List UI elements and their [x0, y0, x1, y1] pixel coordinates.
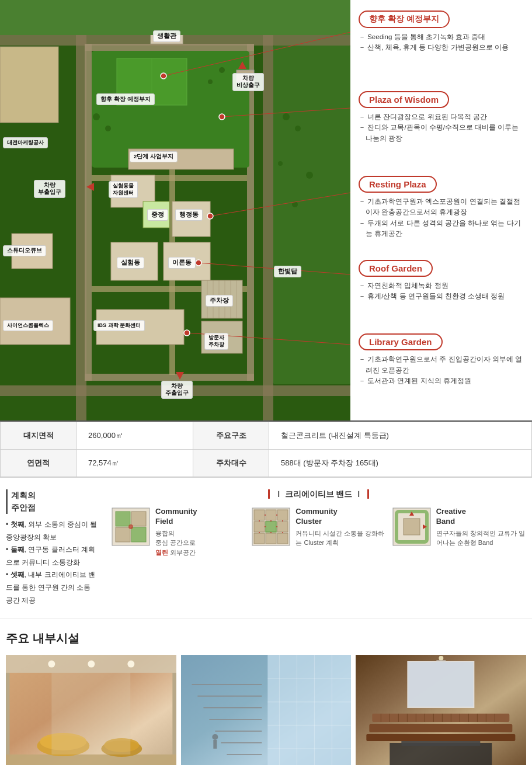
annotations-panel: 향후 확장 예정부지 Seeding 등을 통해 초기녹화 효과 증대 산책, …: [350, 0, 532, 420]
label-연면적: 연면적: [1, 450, 77, 477]
info-table-section: 대지면적 260,000㎡ 주요구조 철근콘크리트 (내진설계 특등급) 연면적…: [0, 420, 532, 478]
value-주차대수: 588대 (방문자 주차장 165대): [269, 450, 532, 477]
label-중정: 중정: [147, 209, 168, 221]
svg-point-41: [219, 67, 225, 73]
plan-title: 계획의주안점: [11, 489, 36, 514]
plan-right: ｌ 크리에이티브 밴드 ｌ: [111, 489, 526, 557]
svg-point-104: [127, 660, 134, 667]
svg-rect-36: [0, 47, 58, 123]
annotation-roof: Roof Garden 자연친화적 입체녹화 정원 휴게/산책 등 연구원들의 …: [359, 260, 524, 302]
info-table: 대지면적 260,000㎡ 주요구조 철근콘크리트 (내진설계 특등급) 연면적…: [0, 422, 532, 477]
label-주차장: 주차장: [206, 295, 233, 307]
svg-point-123: [212, 734, 218, 740]
text-roof: 자연친화적 입체녹화 정원 휴게/산책 등 연구원들의 친환경 소생태 정원: [359, 280, 524, 302]
annotation-future-expansion: 향후 확장 예정부지 Seeding 등을 통해 초기녹화 효과 증대 산책, …: [359, 11, 524, 53]
icon-community-cluster: [251, 507, 291, 547]
creative-band-title: ｌ 크리에이티브 밴드 ｌ: [111, 489, 526, 500]
band-item-title-field: CommunityField: [155, 507, 197, 527]
svg-rect-130: [373, 714, 510, 722]
label-2단계: 2단계 사업부지: [130, 151, 178, 162]
plan-section: 계획의주안점 • 첫째, 외부 소통의 중심이 될 중앙광장의 확보 • 둘째,…: [0, 478, 532, 619]
svg-point-57: [184, 330, 190, 336]
band-item-content-field: CommunityField 융합의중심 공간으로열린 외부공간: [155, 507, 197, 557]
band-item-title-creative: CreativeBand: [436, 507, 526, 527]
band-item-community-cluster: CommunityCluster 커뮤니티 시설간 소통을 강화하는 Clust…: [251, 507, 385, 548]
label-이론동: 이론동: [168, 257, 196, 269]
text-library: 기초과학연구원으로서 주 진입공간이자 외부에 열려진 오픈공간 도서관과 연계…: [359, 354, 524, 386]
svg-point-102: [48, 660, 55, 667]
svg-rect-65: [131, 527, 146, 542]
facility-img-creative: [181, 655, 352, 765]
band-item-desc-creative: 연구자들의 창의적인 교류가 일어나는 순환형 Band: [436, 528, 526, 548]
band-item-desc-field: 융합의중심 공간으로열린 외부공간: [155, 528, 197, 558]
table-row-1: 대지면적 260,000㎡ 주요구조 철근콘크리트 (내진설계 특등급): [1, 422, 532, 450]
facility-item-3: 강당 200석 규모 컨퍼런스 개최 가능: [356, 655, 526, 765]
table-row-2: 연면적 72,574㎡ 주차대수 588대 (방문자 주차장 165대): [1, 450, 532, 477]
svg-rect-95: [6, 673, 9, 754]
svg-point-103: [88, 660, 95, 667]
svg-rect-5: [85, 44, 254, 51]
svg-rect-76: [277, 533, 288, 544]
svg-rect-107: [267, 655, 351, 765]
svg-rect-4: [263, 0, 273, 420]
label-스튜디오: 스튜디오큐브: [3, 245, 46, 256]
label-daejeong: 대전마케팅공사: [3, 137, 48, 148]
plan-item-1: • 첫째, 외부 소통의 중심이 될 중앙광장의 확보: [6, 519, 99, 544]
main-container: 생활관 향후 확장 예정부지 차량비상출구 대전마케팅공사 차량부출입구 2단계…: [0, 0, 532, 765]
label-대지면적: 대지면적: [1, 422, 77, 450]
svg-point-42: [208, 79, 213, 84]
svg-point-43: [283, 113, 290, 120]
label-ibs: IBS 과학 문화센터: [93, 320, 145, 331]
svg-rect-74: [254, 533, 265, 544]
svg-rect-146: [367, 734, 516, 741]
svg-rect-148: [437, 660, 446, 662]
label-실험동물: 실험동물자원센터: [109, 181, 138, 198]
text-plaza: 너른 잔디광장으로 위요된 다목적 공간 잔디와 교목/관목이 수평/수직으로 …: [359, 112, 524, 144]
band-item-community-field: CommunityField 융합의중심 공간으로열린 외부공간: [111, 507, 245, 557]
svg-rect-96: [172, 673, 176, 754]
band-item-desc-cluster: 커뮤니티 시설간 소통을 강화하는 Cluster 계획: [295, 528, 385, 548]
svg-point-147: [439, 656, 444, 660]
band-items: CommunityField 융합의중심 공간으로열린 외부공간: [111, 507, 526, 557]
badge-resting: Resting Plaza: [359, 176, 437, 193]
band-item-content-cluster: CommunityCluster 커뮤니티 시설간 소통을 강화하는 Clust…: [295, 507, 385, 548]
label-주출입구: 차량주출입구: [161, 381, 193, 399]
label-사이언스: 사이언스콤플렉스: [3, 320, 53, 331]
svg-rect-145: [370, 724, 513, 732]
plan-items: • 첫째, 외부 소통의 중심이 될 중앙광장의 확보 • 둘째, 연구동 클러…: [6, 519, 99, 607]
svg-point-47: [278, 161, 283, 166]
svg-rect-126: [390, 743, 492, 765]
svg-point-54: [219, 114, 225, 120]
label-향후확장: 향후 확장 예정부지: [96, 93, 155, 105]
svg-rect-63: [131, 512, 146, 526]
label-방문자: 방문자주차장: [204, 333, 228, 350]
label-차량비상: 차량비상출구: [232, 73, 264, 91]
plan-item-2: • 둘째, 연구동 클러스터 계획으로 커뮤니티 소통강화: [6, 544, 99, 569]
band-item-content-creative: CreativeBand 연구자들의 창의적인 교류가 일어나는 순환형 Ban…: [436, 507, 526, 548]
icon-community-field: [111, 507, 151, 547]
icon-creative-band: [392, 507, 432, 547]
label-생활관: 생활관: [153, 30, 180, 42]
plan-item-3: • 셋째, 내부 크리에이티브 밴드를 통한 연구원 간의 소통 공간 제공: [6, 569, 99, 607]
aerial-map: 생활관 향후 확장 예정부지 차량비상출구 대전마케팅공사 차량부출입구 2단계…: [0, 0, 350, 420]
svg-rect-70: [277, 510, 288, 520]
text-resting: 기초과학연구원과 엑스포공원이 연결되는 결절점이자 완충공간으로서의 휴게광장…: [359, 196, 524, 239]
annotation-plaza: Plaza of Wisdom 너른 잔디광장으로 위요된 다목적 공간 잔디와…: [359, 91, 524, 144]
svg-rect-101: [51, 673, 130, 754]
svg-rect-75: [266, 533, 276, 544]
svg-rect-71: [254, 521, 265, 532]
svg-point-44: [295, 126, 301, 131]
svg-rect-64: [116, 527, 130, 542]
svg-rect-37: [273, 46, 350, 384]
badge-roof: Roof Garden: [359, 260, 433, 277]
svg-point-39: [93, 113, 100, 120]
value-대지면적: 260,000㎡: [77, 422, 193, 450]
svg-rect-89: [404, 519, 420, 535]
svg-point-45: [306, 172, 313, 179]
value-주요구조: 철근콘크리트 (내진설계 특등급): [269, 422, 532, 450]
svg-rect-73: [277, 521, 288, 532]
band-item-creative-band: CreativeBand 연구자들의 창의적인 교류가 일어나는 순환형 Ban…: [392, 507, 526, 548]
svg-point-55: [207, 213, 213, 219]
annotation-resting: Resting Plaza 기초과학연구원과 엑스포공원이 연결되는 결절점이자…: [359, 176, 524, 239]
svg-rect-7: [85, 44, 92, 381]
